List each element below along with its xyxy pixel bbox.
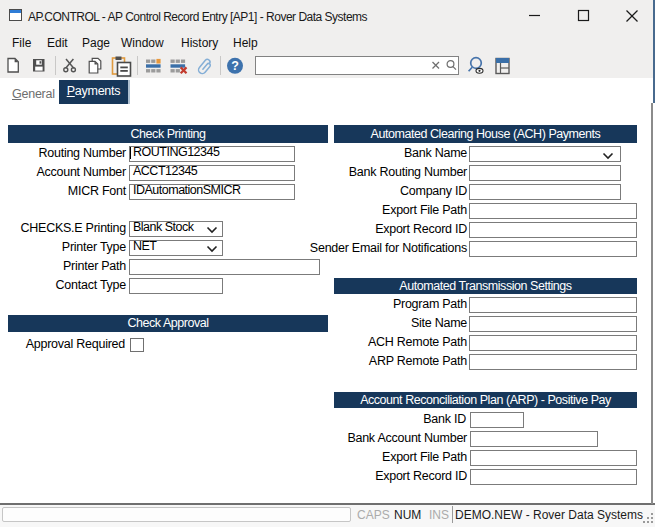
svg-text:?: ? [231,59,239,73]
